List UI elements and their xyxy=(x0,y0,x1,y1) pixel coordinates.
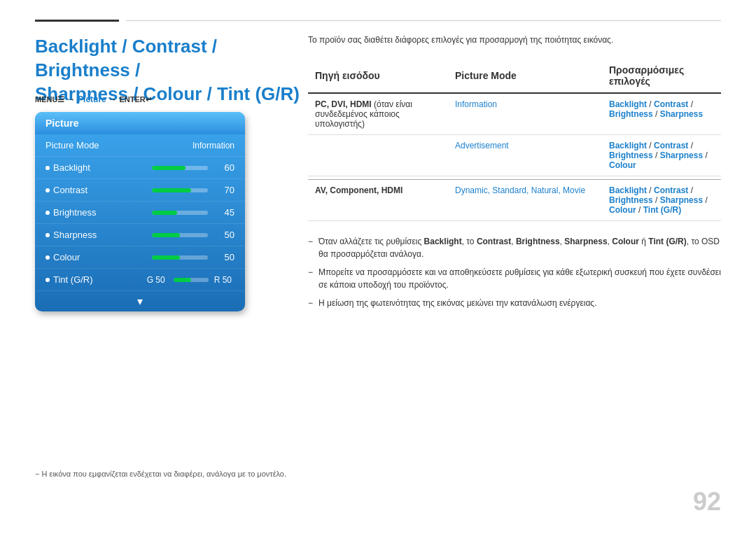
row-label-colour: Colour xyxy=(53,252,146,262)
chevron-down-icon: ▾ xyxy=(137,295,143,308)
slider-fill-contrast xyxy=(152,188,191,192)
dot-sharpness xyxy=(46,233,50,237)
note-3: Η μείωση της φωτεινότητας της εικόνας με… xyxy=(308,297,721,309)
panel-row-picture-mode[interactable]: Picture Mode Information xyxy=(35,134,245,157)
slider-fill-brightness xyxy=(152,211,177,215)
cell-options-1: Backlight / Contrast / Brightness / Shar… xyxy=(602,93,721,135)
table-row: AV, Component, HDMI Dynamic, Standard, N… xyxy=(308,180,721,221)
nav-arrow-1: → xyxy=(67,94,78,104)
page: Backlight / Contrast / Brightness / Shar… xyxy=(0,0,756,534)
row-label-picture-mode: Picture Mode xyxy=(46,140,192,150)
line-dark xyxy=(35,20,119,22)
table-row: Advertisement Backlight / Contrast / Bri… xyxy=(308,135,721,176)
panel-row-sharpness[interactable]: Sharpness 50 xyxy=(35,224,245,246)
note-1: Όταν αλλάζετε τις ρυθμίσεις Backlight, τ… xyxy=(308,235,721,260)
tint-r-label: R 50 xyxy=(214,275,232,285)
nav-enter: ENTER xyxy=(119,95,145,104)
slider-backlight[interactable] xyxy=(152,166,208,170)
panel-row-contrast[interactable]: Contrast 70 xyxy=(35,179,245,202)
cell-source-1: PC, DVI, HDMI (όταν είναι συνδεδεμένος κ… xyxy=(308,93,448,135)
line-light xyxy=(126,20,721,21)
row-value-picture-mode: Information xyxy=(192,141,234,150)
row-value-sharpness: 50 xyxy=(214,230,234,240)
page-number: 92 xyxy=(693,487,721,517)
col-header-mode: Picture Mode xyxy=(448,59,602,93)
cell-options-3: Backlight / Contrast / Brightness / Shar… xyxy=(602,180,721,221)
panel-row-brightness[interactable]: Brightness 45 xyxy=(35,202,245,224)
row-value-contrast: 70 xyxy=(214,185,234,195)
panel-row-tint[interactable]: Tint (G/R) G 50 R 50 xyxy=(35,269,245,291)
bottom-note: Η εικόνα που εμφανίζεται ενδέχεται να δι… xyxy=(35,470,286,478)
cell-mode-3: Dynamic, Standard, Natural, Movie xyxy=(448,180,602,221)
cell-source-3: AV, Component, HDMI xyxy=(308,180,448,221)
slider-fill-sharpness xyxy=(152,233,180,237)
row-label-contrast: Contrast xyxy=(53,185,146,195)
note-2: Μπορείτε να προσαρμόσετε και να αποθηκεύ… xyxy=(308,266,721,291)
right-content: Το προϊόν σας διαθέτει διάφορες επιλογές… xyxy=(308,35,721,315)
panel-header: Picture xyxy=(35,112,245,134)
nav-picture: Picture xyxy=(78,94,106,104)
dot-contrast xyxy=(46,188,50,192)
slider-sharpness[interactable] xyxy=(152,233,208,237)
row-label-backlight: Backlight xyxy=(53,162,146,173)
cell-source-2 xyxy=(308,135,448,176)
slider-contrast[interactable] xyxy=(152,188,208,192)
slider-brightness[interactable] xyxy=(152,211,208,215)
panel-footer: ▾ xyxy=(35,291,245,311)
cell-options-2: Backlight / Contrast / Brightness / Shar… xyxy=(602,135,721,176)
table-row: PC, DVI, HDMI (όταν είναι συνδεδεμένος κ… xyxy=(308,93,721,135)
nav-arrow-2: → xyxy=(108,94,119,104)
row-value-brightness: 45 xyxy=(214,207,234,218)
slider-colour[interactable] xyxy=(152,255,208,260)
slider-tint[interactable] xyxy=(174,278,209,282)
dot-backlight xyxy=(46,166,50,170)
top-description: Το προϊόν σας διαθέτει διάφορες επιλογές… xyxy=(308,35,721,45)
info-table: Πηγή εισόδου Picture Mode Προσαρμόσιμες … xyxy=(308,59,721,221)
dot-colour xyxy=(46,255,50,260)
row-label-brightness: Brightness xyxy=(53,207,146,218)
row-value-backlight: 60 xyxy=(214,162,234,173)
panel-row-colour[interactable]: Colour 50 xyxy=(35,246,245,269)
menu-label: MENU xyxy=(35,95,57,104)
col-header-options: Προσαρμόσιμες επιλογές xyxy=(602,59,721,93)
panel-row-backlight[interactable]: Backlight 60 xyxy=(35,157,245,179)
cell-mode-2: Advertisement xyxy=(448,135,602,176)
row-label-tint: Tint (G/R) xyxy=(53,274,147,285)
row-label-sharpness: Sharpness xyxy=(53,230,146,240)
dot-tint xyxy=(46,278,50,282)
slider-fill-backlight xyxy=(152,166,186,170)
cell-mode-1: Information xyxy=(448,93,602,135)
slider-fill-tint xyxy=(174,278,191,282)
tint-g-label: G 50 xyxy=(147,275,165,285)
notes-section: Όταν αλλάζετε τις ρυθμίσεις Backlight, τ… xyxy=(308,235,721,309)
slider-fill-colour xyxy=(152,255,180,260)
picture-panel: Picture Picture Mode Information Backlig… xyxy=(35,112,245,311)
dot-brightness xyxy=(46,211,50,215)
top-decoration xyxy=(35,20,721,22)
menu-nav: MENU☰ → Picture → ENTER↵ xyxy=(35,94,152,104)
col-header-source: Πηγή εισόδου xyxy=(308,59,448,93)
row-value-colour: 50 xyxy=(214,252,234,262)
